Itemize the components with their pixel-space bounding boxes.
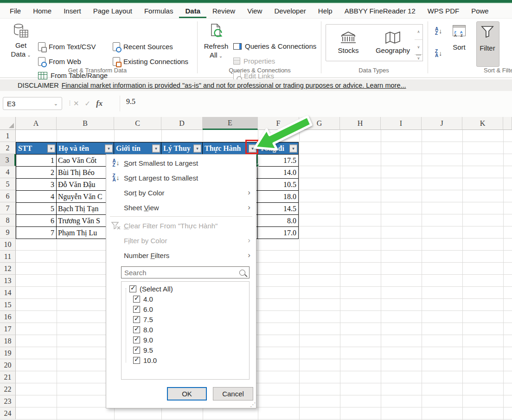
column-header-e[interactable]: E [203, 117, 258, 130]
formula-input[interactable]: 9.5 [126, 97, 135, 106]
cell-tong-diem[interactable]: 18.0 [258, 191, 299, 203]
row-header[interactable]: 8 [0, 214, 16, 226]
row-header[interactable]: 12 [0, 263, 16, 275]
row-header[interactable]: 24 [0, 407, 16, 420]
column-header-c[interactable]: C [114, 117, 161, 130]
row-header[interactable]: 21 [0, 371, 16, 383]
ribbon-tab[interactable]: Help [312, 4, 339, 18]
column-header-a[interactable]: A [16, 117, 57, 130]
filter-button[interactable]: Filter [477, 25, 498, 52]
row-header[interactable]: 20 [0, 359, 16, 371]
row-header[interactable]: 15 [0, 299, 16, 311]
row-header[interactable]: 2 [0, 142, 16, 154]
filter-value-item[interactable]: 6.0 [122, 304, 249, 314]
filter-select-all[interactable]: (Select All) [122, 284, 249, 294]
ribbon-tab[interactable]: Formulas [138, 4, 179, 18]
gallery-up-icon[interactable]: ∧ [415, 25, 422, 40]
gallery-down-icon[interactable]: ∨ [415, 40, 422, 55]
ribbon-tab[interactable]: ABBYY FineReader 12 [339, 4, 422, 18]
filter-value-item[interactable]: 7.5 [122, 314, 249, 324]
insert-function-icon[interactable]: fx [96, 99, 102, 108]
row-header[interactable]: 9 [0, 226, 16, 239]
row-header[interactable]: 11 [0, 251, 16, 263]
row-header[interactable]: 13 [0, 275, 16, 287]
search-icon[interactable] [239, 270, 245, 276]
name-box[interactable]: E3 ⌄ [3, 97, 62, 110]
resize-grip[interactable] [250, 401, 256, 408]
existing-connections-button[interactable]: Existing Connections [113, 57, 188, 66]
cell-tong-diem[interactable]: 8.0 [258, 215, 299, 227]
menu-item-sort-smallest[interactable]: ↓ Sort Smallest to Largest [106, 155, 256, 170]
filter-value-item[interactable]: 4.0 [122, 294, 249, 304]
from-text-csv-button[interactable]: From Text/CSV [38, 42, 96, 51]
ribbon-tab[interactable]: Insert [58, 4, 87, 18]
ribbon-tab[interactable]: Powe [465, 4, 495, 18]
menu-item-sort-by-color[interactable]: Sort by Color › [106, 185, 256, 200]
filter-value-item[interactable]: 9.5 [122, 345, 249, 355]
row-header[interactable]: 1 [0, 130, 16, 142]
cell-tong-diem[interactable]: 17.5 [258, 155, 299, 167]
header-ly-thuyet[interactable]: Lý Thuy ▾ [161, 142, 203, 155]
row-header[interactable]: 18 [0, 335, 16, 347]
recent-sources-button[interactable]: Recent Sources [113, 42, 173, 51]
gallery-more-icon[interactable]: ∨ [416, 55, 421, 61]
row-header[interactable]: 6 [0, 190, 16, 202]
formula-bar-splitter[interactable]: ⋮ [67, 99, 73, 106]
sort-ascending-button[interactable]: ↓ [435, 27, 442, 35]
checkbox-checked-icon[interactable] [133, 326, 140, 333]
cell-stt[interactable]: 3 [16, 179, 57, 191]
disclaimer-link[interactable]: Financial market information is provided… [62, 82, 406, 89]
cancel-formula-icon[interactable]: ✕ [73, 99, 79, 108]
column-header-h[interactable]: H [340, 117, 381, 130]
from-web-button[interactable]: From Web [38, 57, 81, 66]
menu-item-number-filters[interactable]: Number Filters › [106, 248, 256, 263]
row-header[interactable]: 22 [0, 383, 16, 395]
filter-dropdown-ly-thuyet[interactable]: ▾ [193, 144, 201, 152]
checkbox-checked-icon[interactable] [133, 306, 140, 313]
filter-dropdown-ho-va-ten[interactable]: ▾ [105, 144, 113, 152]
filter-value-item[interactable]: 8.0 [122, 324, 249, 335]
column-header-d[interactable]: D [161, 117, 203, 130]
filter-search-input[interactable] [124, 269, 239, 277]
row-header[interactable]: 10 [0, 239, 16, 251]
cell-stt[interactable]: 7 [16, 227, 57, 239]
checkbox-checked-icon[interactable] [133, 357, 140, 364]
cell-tong-diem[interactable]: 14.5 [258, 203, 299, 215]
column-header-b[interactable]: B [57, 117, 114, 130]
get-data-button[interactable]: Get Data⌄ [7, 23, 34, 59]
select-all-corner[interactable] [0, 117, 16, 130]
checkbox-checked-icon[interactable] [129, 285, 136, 292]
stocks-data-type[interactable]: Stocks [326, 25, 371, 61]
row-header[interactable]: 16 [0, 311, 16, 323]
checkbox-checked-icon[interactable] [133, 316, 140, 323]
row-header[interactable]: 14 [0, 287, 16, 299]
header-gioi-tinh[interactable]: Giới tín ▾ [114, 142, 161, 155]
row-header[interactable]: 23 [0, 395, 16, 407]
row-header[interactable]: 3 [0, 154, 16, 166]
ribbon-tab[interactable]: File [4, 4, 27, 18]
column-header-k[interactable]: K [462, 117, 503, 130]
header-ho-va-ten[interactable]: Họ và tên ▾ [57, 142, 114, 155]
column-header-i[interactable]: I [381, 117, 422, 130]
geography-data-type[interactable]: Geography [371, 25, 415, 61]
cell-stt[interactable]: 4 [16, 191, 57, 203]
filter-dropdown-gioi-tinh[interactable]: ▾ [152, 144, 160, 152]
ribbon-tab[interactable]: Data [179, 4, 206, 18]
column-header-j[interactable]: J [422, 117, 462, 130]
filter-dropdown-stt[interactable]: ▾ [47, 144, 55, 152]
ribbon-tab[interactable]: View [241, 4, 268, 18]
ribbon-tab[interactable]: Developer [268, 4, 312, 18]
queries-connections-button[interactable]: Queries & Connections [233, 42, 316, 50]
cell-tong-diem[interactable]: 17.0 [258, 227, 299, 239]
row-header[interactable]: 19 [0, 347, 16, 359]
row-header[interactable]: 5 [0, 178, 16, 190]
gallery-scrollbar[interactable]: ∧ ∨ ∨ [415, 24, 423, 61]
refresh-all-button[interactable]: Refresh All⌄ [202, 23, 230, 60]
row-header[interactable]: 4 [0, 166, 16, 178]
cell-tong-diem[interactable]: 14.0 [258, 167, 299, 179]
cell-stt[interactable]: 6 [16, 215, 57, 227]
header-stt[interactable]: STT ▾ [16, 142, 57, 155]
menu-item-sheet-view[interactable]: Sheet View › [106, 200, 256, 215]
cell-stt[interactable]: 5 [16, 203, 57, 215]
checkbox-checked-icon[interactable] [133, 296, 140, 303]
